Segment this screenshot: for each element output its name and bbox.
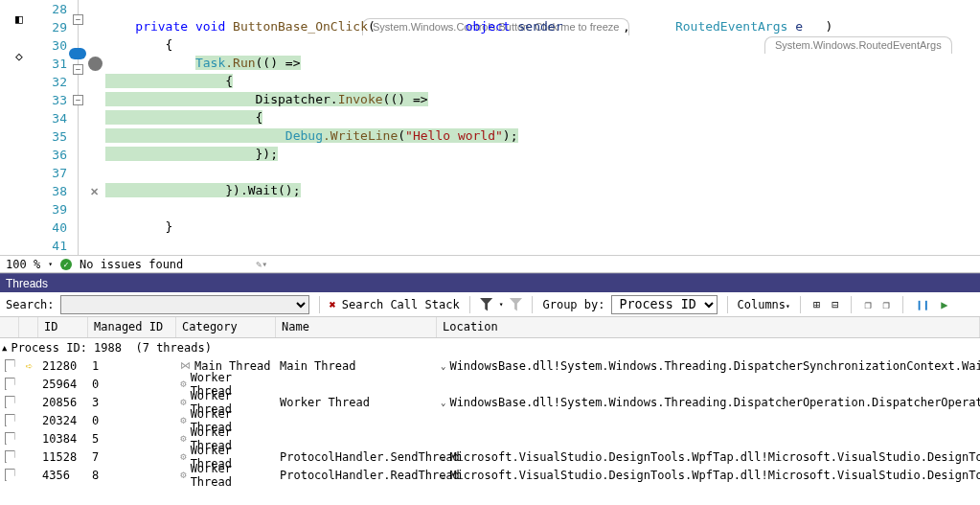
thread-managed-id: 3 [88,396,176,409]
expand-callstacks-icon[interactable]: ❐ [861,298,874,311]
worker-thread-icon: ⚙ [180,469,187,481]
zoom-dropdown[interactable]: 100 % [6,258,40,271]
thread-id: 20324 [38,414,88,427]
fold-toggle-icon[interactable]: − [73,64,83,75]
tracking-pill-icon [69,48,86,59]
thread-location: Microsoft.VisualStudio.DesignTools.WpfTa… [449,450,980,464]
col-name[interactable]: Name [276,317,437,337]
thread-managed-id: 8 [88,469,176,482]
breakpoint-column[interactable]: ✕ [88,0,105,255]
col-location[interactable]: Location [437,317,980,337]
cleanup-icon[interactable]: ✎▾ [256,259,267,269]
edit-tag-icon: ◇ [15,49,23,63]
flag-icon[interactable] [5,450,15,463]
thread-row[interactable]: 203240⚙Worker Thread [0,411,980,429]
thread-row[interactable]: 208563⚙Worker ThreadWorker Thread⌄Window… [0,393,980,411]
threads-toolbar: Search: ✖ Search Call Stack ▾ Group by: … [0,292,980,317]
thread-row[interactable]: 43568⚙Worker ThreadProtocolHandler.ReadT… [0,466,980,484]
thread-id: 25964 [38,378,88,391]
thread-name: ProtocolHandler.SendThread [276,450,437,464]
thread-location: Microsoft.VisualStudio.DesignTools.WpfTa… [449,469,980,482]
thread-id: 4356 [38,469,88,482]
close-region-icon[interactable]: ✕ [90,186,99,198]
chevron-down-icon[interactable]: ⌄ [441,361,445,371]
group-by-dropdown[interactable]: Process ID [611,295,718,314]
collapse-group-icon[interactable]: ▲ [2,343,7,353]
code-editor[interactable]: ◧ ◇ 282930 313233 343536 373839 4041 − −… [0,0,980,273]
health-ok-icon: ✓ [60,259,72,270]
threads-panel-title: Threads [0,273,980,292]
thread-name: ProtocolHandler.ReadThread [276,469,437,482]
search-label: Search: [6,298,55,311]
threads-grid-body: ▲ Process ID: 1988 (7 threads) ➪212801⋈M… [0,338,980,484]
chevron-down-icon[interactable]: ⌄ [441,452,445,462]
method-name: ButtonBase_OnClick [233,19,368,34]
fold-toggle-icon[interactable]: − [73,14,83,25]
thread-row[interactable]: 259640⚙Worker Thread [0,375,980,393]
thread-managed-id: 0 [88,414,176,427]
thread-managed-id: 1 [88,359,176,373]
freeze-threads-icon[interactable]: ❙❙ [913,298,932,311]
col-category[interactable]: Category [176,317,276,337]
chevron-down-icon[interactable]: ⌄ [441,398,445,407]
breakpoint-margin[interactable]: ◧ ◇ [0,0,40,255]
current-thread-icon: ➪ [25,359,32,373]
expand-groups-icon[interactable]: ⊞ [810,298,823,311]
search-input[interactable] [60,295,309,314]
thread-id: 21280 [38,359,88,373]
clear-filter-icon[interactable] [509,298,522,311]
col-id[interactable]: ID [38,317,88,337]
thread-id: 10384 [38,432,88,446]
search-call-stack-button[interactable]: Search Call Stack [342,298,460,311]
flag-icon[interactable] [5,378,15,390]
thread-name: Worker Thread [276,396,437,409]
flag-icon[interactable] [5,414,15,426]
threads-grid-header[interactable]: ID Managed ID Category Name Location [0,317,980,338]
group-by-label: Group by: [542,298,604,311]
flag-icon[interactable] [5,432,15,445]
thread-category: Worker Thread [191,462,276,489]
thread-managed-id: 5 [88,432,176,446]
thread-location: WindowsBase.dll!System.Windows.Threading… [449,396,980,409]
thread-name: Main Thread [276,359,437,373]
flag-icon[interactable] [5,396,15,408]
collapse-groups-icon[interactable]: ⊟ [829,298,841,311]
thread-row[interactable]: 103845⚙Worker Thread [0,429,980,448]
editor-status-bar: 100 %▾ ✓ No issues found ✎▾ [0,255,980,273]
thread-managed-id: 7 [88,450,176,464]
collapse-callstacks-icon[interactable]: ❐ [880,298,893,311]
thread-row[interactable]: 115287⚙Worker ThreadProtocolHandler.Send… [0,448,980,466]
columns-dropdown[interactable]: Columns▾ [738,298,790,311]
line-number-gutter: 282930 313233 343536 373839 4041 [40,0,71,255]
breakpoint-icon[interactable] [88,57,103,71]
code-text-area[interactable]: System.Windows.Controls.Button: Click me… [105,0,980,255]
code-element-icon: ◧ [15,11,23,26]
health-status-text: No issues found [80,258,183,271]
thread-row[interactable]: ➪212801⋈Main ThreadMain Thread⌄WindowsBa… [0,356,980,375]
flag-icon[interactable] [5,359,15,372]
thread-id: 20856 [38,396,88,409]
filter-icon[interactable] [480,298,493,311]
flag-icon[interactable] [5,469,15,481]
thaw-threads-icon[interactable]: ▶ [938,298,950,311]
thread-id: 11528 [38,450,88,464]
thread-location: WindowsBase.dll!System.Windows.Threading… [449,359,980,373]
group-row[interactable]: ▲ Process ID: 1988 (7 threads) [0,338,980,356]
chevron-down-icon[interactable]: ⌄ [441,471,445,480]
clear-search-icon[interactable]: ✖ [330,298,336,311]
thread-managed-id: 0 [88,378,176,391]
outlining-margin[interactable]: − − − [71,0,88,255]
fold-toggle-icon[interactable]: − [73,95,83,105]
col-managed-id[interactable]: Managed ID [88,317,176,337]
